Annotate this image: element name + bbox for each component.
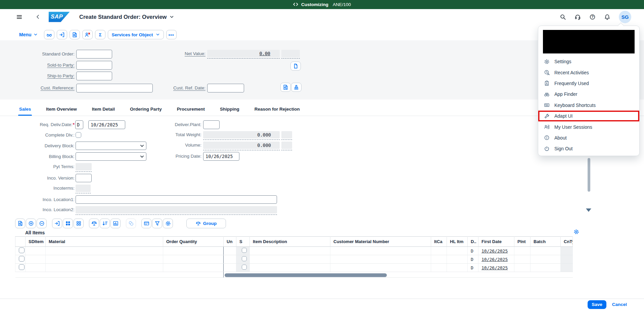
menu-item-sign-out[interactable]: Sign Out (538, 143, 639, 154)
menu-item-about[interactable]: About (538, 132, 639, 143)
column-header-plnt[interactable]: Plnt (514, 237, 531, 247)
first-date-link[interactable]: 10/26/2025 (481, 257, 508, 262)
tab-ordering-party[interactable]: Ordering Party (130, 103, 162, 116)
pricing-date-input[interactable] (203, 152, 239, 161)
cell-sditem[interactable] (26, 247, 46, 255)
billing-block-select[interactable] (76, 152, 146, 161)
cell-cnty[interactable] (561, 264, 573, 272)
cell-batch[interactable] (531, 264, 561, 272)
column-header-customer-material-number[interactable]: Customer Material Number (330, 237, 431, 247)
cell-material[interactable] (46, 264, 163, 272)
exit-button[interactable] (57, 30, 67, 39)
row-select-checkbox[interactable] (19, 247, 25, 253)
s-checkbox[interactable] (242, 265, 247, 270)
menu-button[interactable]: Menu (19, 32, 38, 37)
cell-un[interactable] (224, 247, 236, 255)
item-graphics-button[interactable] (110, 219, 121, 228)
column-header-hl-itm[interactable]: HL Itm (447, 237, 468, 247)
horizontal-scrollbar-thumb[interactable] (225, 273, 387, 277)
deselect-all-button[interactable] (74, 219, 84, 228)
search-button[interactable] (560, 14, 566, 20)
delivery-block-select[interactable] (76, 142, 146, 150)
back-button[interactable] (35, 14, 41, 20)
scroll-down-arrow[interactable] (586, 208, 591, 212)
vertical-scrollbar-thumb[interactable] (588, 158, 590, 192)
cell-item-description[interactable] (250, 255, 330, 264)
cell-date-type[interactable]: D (468, 247, 478, 255)
insert-item-button[interactable] (26, 219, 36, 228)
notifications-button[interactable] (604, 14, 610, 20)
cell-batch[interactable] (531, 247, 561, 255)
cust-ref-date-input[interactable] (207, 84, 244, 92)
tab-shipping[interactable]: Shipping (220, 103, 239, 116)
column-header-un[interactable]: Un (224, 237, 236, 247)
cell-order-quantity[interactable] (163, 255, 224, 264)
cell-plnt[interactable] (514, 255, 531, 264)
cell-order-quantity[interactable] (163, 264, 224, 272)
standard-order-input[interactable] (76, 50, 112, 59)
cell-material[interactable] (46, 255, 163, 264)
menu-item-adapt-ui[interactable]: Adapt UI (538, 111, 639, 121)
cell-hl-itm[interactable] (447, 247, 468, 255)
req-deliv-date-input[interactable] (88, 120, 125, 129)
cell-sditem[interactable] (26, 264, 46, 272)
s-checkbox[interactable] (242, 248, 247, 253)
cancel-button[interactable]: Cancel (612, 302, 627, 307)
cell-cnty[interactable] (561, 247, 573, 255)
inco-location1-input[interactable] (76, 195, 277, 204)
sum-button[interactable] (95, 30, 105, 39)
menu-item-keyboard-shortcuts[interactable]: Keyboard Shortcuts (538, 100, 639, 111)
propose-items-button[interactable] (52, 219, 62, 228)
column-header-material[interactable]: Material (46, 237, 163, 247)
cell-customer-material-number[interactable] (330, 264, 431, 272)
cell-item-description[interactable] (250, 264, 330, 272)
first-date-link[interactable]: 10/26/2025 (481, 248, 508, 254)
weigh-items-button[interactable] (89, 219, 99, 228)
cust-reference-input[interactable] (76, 84, 153, 92)
tab-procurement[interactable]: Procurement (177, 103, 205, 116)
column-header-first-date[interactable]: First Date (478, 237, 514, 247)
menu-item-recent-activities[interactable]: Recent Activities (538, 67, 639, 78)
column-header-sditem[interactable]: SDItem (26, 237, 46, 247)
cell-order-quantity[interactable] (163, 247, 224, 255)
group-button[interactable]: Group (186, 219, 226, 228)
column-header-batch[interactable]: Batch (531, 237, 561, 247)
user-avatar-button[interactable]: SG (619, 11, 631, 23)
overflow-button[interactable]: ••• (166, 30, 177, 39)
delete-item-button[interactable] (37, 219, 47, 228)
cell-item-description[interactable] (250, 247, 330, 255)
complete-dlv-checkbox[interactable] (76, 132, 81, 138)
cell-material[interactable] (46, 247, 163, 255)
cell-plnt[interactable] (514, 247, 531, 255)
cell-un[interactable] (224, 264, 236, 272)
inco-version-input[interactable] (76, 174, 92, 182)
sold-to-party-input[interactable] (76, 61, 112, 70)
ship-to-party-input[interactable] (76, 72, 112, 80)
tab-item-overview[interactable]: Item Overview (46, 103, 77, 116)
cell-date-type[interactable]: D (468, 264, 478, 272)
cell-plnt[interactable] (514, 264, 531, 272)
hamburger-menu-button[interactable] (16, 14, 22, 20)
cell-hl-itm[interactable] (447, 264, 468, 272)
cell-customer-material-number[interactable] (330, 247, 431, 255)
s-checkbox[interactable] (242, 256, 247, 261)
display-button[interactable] (44, 30, 54, 39)
column-header-s[interactable]: S (236, 237, 250, 247)
copy-document-button[interactable] (290, 62, 301, 71)
search-documents-button[interactable] (280, 83, 291, 92)
tab-item-detail[interactable]: Item Detail (92, 103, 115, 116)
column-header-order-quantity[interactable]: Order Quantity (163, 237, 224, 247)
cell-batch[interactable] (531, 255, 561, 264)
menu-item-my-user-sessions[interactable]: My User Sessions (538, 121, 639, 132)
date-type-input[interactable] (75, 120, 83, 129)
sort-items-button[interactable] (100, 219, 110, 228)
cell-un[interactable] (224, 255, 236, 264)
cell-customer-material-number[interactable] (330, 255, 431, 264)
services-for-object-button[interactable]: Services for Object (108, 30, 164, 39)
tab-sales[interactable]: Sales (19, 103, 31, 116)
deliver-plant-input[interactable] (203, 120, 220, 129)
select-all-button[interactable] (63, 219, 73, 228)
display-item-button[interactable] (15, 219, 25, 228)
row-select-checkbox[interactable] (19, 264, 25, 270)
first-date-link[interactable]: 10/26/2025 (481, 265, 508, 270)
